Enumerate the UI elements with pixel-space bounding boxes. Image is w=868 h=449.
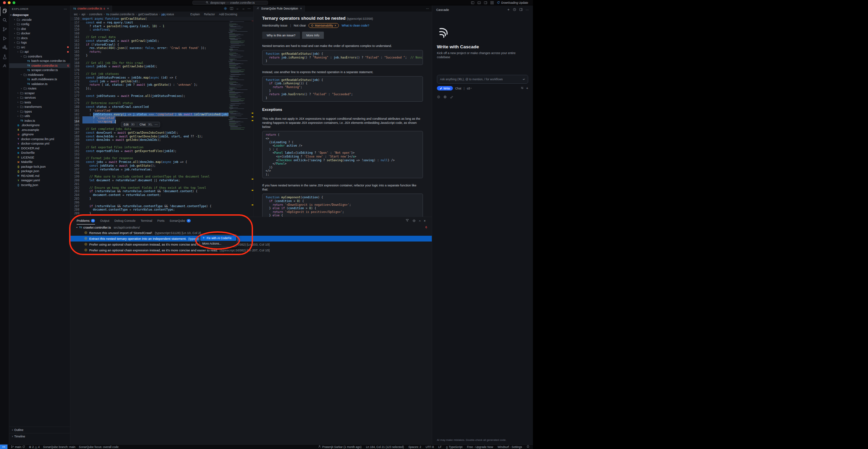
- git-branch-item[interactable]: main: [11, 445, 25, 449]
- toggle-secondary-sidebar-icon[interactable]: [484, 1, 487, 4]
- code-line[interactable]: 198: [70, 171, 253, 175]
- code-line[interactable]: 169 const jobIds = await getCrawlJobs(jo…: [70, 65, 253, 68]
- tree-item-README.md[interactable]: MREADME.md: [9, 173, 70, 178]
- close-icon[interactable]: ×: [107, 7, 109, 10]
- problem-row[interactable]: Prefer using an optional chain expressio…: [70, 247, 432, 253]
- window-controls[interactable]: [3, 1, 15, 4]
- tab-sonarqube-rule-description[interactable]: SonarQube Rule Description ×: [254, 5, 305, 12]
- settings-sliders-icon[interactable]: [521, 86, 524, 89]
- new-chat-icon[interactable]: +: [507, 7, 509, 12]
- problem-row[interactable]: Extract this nested ternary operation in…: [70, 236, 432, 242]
- maximize-panel-icon[interactable]: ›: [418, 220, 422, 221]
- sticky-code-line[interactable]: 150export async function getCrawlStatus(: [70, 17, 253, 21]
- code-line[interactable]: 166 }: [70, 54, 253, 57]
- codelens-add-docstring[interactable]: Add Docstring: [219, 13, 237, 16]
- activity-item-run-debug[interactable]: [0, 34, 9, 44]
- tree-item-tsconfig.json[interactable]: {}tsconfig.json: [9, 183, 70, 187]
- tab-more-info[interactable]: More Info: [302, 32, 324, 39]
- status-item-windsurf-settings[interactable]: Windsurf - Settings: [498, 445, 522, 449]
- code-line[interactable]: 175 });: [70, 87, 253, 90]
- code-line[interactable]: 189 const doneJobs = await getJobs(doneJ…: [70, 138, 253, 142]
- tree-item-index.ts[interactable]: TSindex.ts: [9, 118, 70, 123]
- model-selector[interactable]: o3 ›: [467, 87, 472, 90]
- code-line[interactable]: 157 const end = req.query.limit: [70, 21, 253, 24]
- tree-item-types[interactable]: ›types: [9, 109, 70, 114]
- tree-item-crawler.controller.ts[interactable]: TScrawler.controller.ts6: [9, 63, 70, 68]
- problem-row[interactable]: Prefer using an optional chain expressio…: [70, 242, 432, 247]
- tree-item-.dockerignore[interactable]: D.dockerignore: [9, 123, 70, 128]
- code-line[interactable]: 187 const doneCount = await getCrawlDone…: [70, 131, 253, 135]
- tree-item-dist[interactable]: ›dist: [9, 27, 70, 31]
- tab-why-issue[interactable]: Why is this an issue?: [262, 32, 300, 39]
- close-window-button[interactable]: [3, 1, 6, 4]
- tree-item-routes[interactable]: ›routes: [9, 86, 70, 91]
- code-line[interactable]: 161 // Get crawl data: [70, 35, 253, 39]
- panel-layout-icon[interactable]: [519, 8, 523, 11]
- breadcrumb-item[interactable]: controllers: [89, 13, 102, 16]
- activity-item-explorer[interactable]: [0, 7, 9, 16]
- tree-item-validation.ts[interactable]: TSvalidation.ts: [9, 82, 70, 86]
- command-center[interactable]: deepscrape — crawler.controller.ts: [192, 1, 268, 5]
- tree-item-docker-compose.yml[interactable]: Ydocker-compose.yml: [9, 142, 70, 146]
- status-item-lf[interactable]: LF: [438, 445, 442, 449]
- sonarqube-branch-item[interactable]: SonarQube branch: main: [43, 445, 76, 449]
- code-line[interactable]: 196 const jobState = await job.getState(…: [70, 164, 253, 168]
- code-line[interactable]: 170: [70, 68, 253, 72]
- forward-icon[interactable]: →: [242, 7, 245, 10]
- breadcrumb-item[interactable]: api: [81, 13, 85, 16]
- tree-item-logs[interactable]: ›logs: [9, 40, 70, 45]
- tree-item-package-lock.json[interactable]: {}package-lock.json: [9, 164, 70, 169]
- write-mode-button[interactable]: Write: [437, 86, 453, 90]
- code-line[interactable]: 164 res.status(404).json({ success: fals…: [70, 46, 253, 50]
- toggle-sidebar-icon[interactable]: [471, 1, 474, 4]
- tree-item-middleware[interactable]: ›middleware: [9, 72, 70, 77]
- more-icon[interactable]: ⋯: [526, 8, 529, 12]
- code-line[interactable]: 173 const job = await getJob(id);: [70, 80, 253, 83]
- tree-item-scraper.controller.ts[interactable]: TSscraper.controller.ts: [9, 68, 70, 73]
- cascade-input[interactable]: Ask anything (⌘L), @ to mention, / for w…: [437, 75, 528, 84]
- panel-tab-output[interactable]: Output: [100, 217, 109, 224]
- code-line[interactable]: 160: [70, 32, 253, 35]
- panel-tab-problems[interactable]: Problems6: [77, 217, 95, 224]
- chat-button[interactable]: Chat: [140, 123, 146, 126]
- breadcrumb-item[interactable]: src: [74, 13, 78, 16]
- tree-item-tests[interactable]: ›tests: [9, 100, 70, 105]
- tree-item-docs[interactable]: ›docs: [9, 36, 70, 40]
- maximize-window-button[interactable]: [13, 1, 15, 4]
- code-line[interactable]: 197 const returnValue = job.returnvalue;: [70, 168, 253, 171]
- problems-summary[interactable]: ⊗2 △4: [29, 445, 40, 449]
- tree-item-services[interactable]: ›services: [9, 96, 70, 100]
- status-item-prasenjit-sarkar-1-month-ago-[interactable]: Prasenjit Sarkar (1 month ago): [318, 445, 362, 449]
- code-line[interactable]: 202 // Ensure we keep the content fields…: [70, 186, 253, 190]
- breadcrumb-item[interactable]: getCrawlStatus: [138, 13, 158, 16]
- customize-icon[interactable]: [450, 95, 453, 99]
- tab-crawler-controller[interactable]: TS crawler.controller.ts 6 ×: [70, 5, 112, 12]
- activity-item-testing[interactable]: [0, 53, 9, 62]
- tree-item-Makefile[interactable]: MMakefile: [9, 160, 70, 165]
- code-line[interactable]: 163 if (!storedCrawl) {: [70, 43, 253, 47]
- minimap[interactable]: [228, 17, 252, 217]
- code-line[interactable]: 165 return;: [70, 50, 253, 54]
- code-line[interactable]: 194 // Format jobs for response: [70, 156, 253, 160]
- code-line[interactable]: 201: [70, 182, 253, 186]
- tree-item-src[interactable]: ›src: [9, 45, 70, 50]
- outline-section[interactable]: › Outline: [9, 427, 70, 433]
- gear-icon[interactable]: [224, 7, 227, 10]
- code-line[interactable]: 158 ? start + parseInt(req.query.limit, …: [70, 24, 253, 28]
- context-menu-item-more-actions-[interactable]: More Actions...: [200, 241, 236, 246]
- downloading-update-button[interactable]: Downloading Update: [497, 1, 528, 4]
- close-panel-icon[interactable]: ×: [424, 219, 426, 223]
- tree-item-config[interactable]: ›config: [9, 22, 70, 27]
- code-line[interactable]: 191 // Get exported files information: [70, 146, 253, 149]
- activity-item-sonarqube[interactable]: [0, 62, 9, 71]
- code-line[interactable]: 180 const status = storedCrawl.cancelled: [70, 105, 253, 109]
- tree-item-utils[interactable]: ›utils: [9, 114, 70, 119]
- code-line[interactable]: 185: [70, 123, 253, 127]
- code-line[interactable]: 203 if (returnValue && returnValue.conte…: [70, 189, 253, 193]
- code-line[interactable]: 181 ? 'cancelled': [70, 109, 253, 113]
- tree-item-auth.middleware.ts[interactable]: TSauth.middleware.ts: [9, 77, 70, 82]
- remote-indicator[interactable]: ><: [0, 445, 7, 449]
- code-line[interactable]: 167: [70, 57, 253, 61]
- breadcrumb-item[interactable]: TS crawler.controller.ts: [106, 13, 134, 16]
- tree-item-transformers[interactable]: ›transformers: [9, 105, 70, 110]
